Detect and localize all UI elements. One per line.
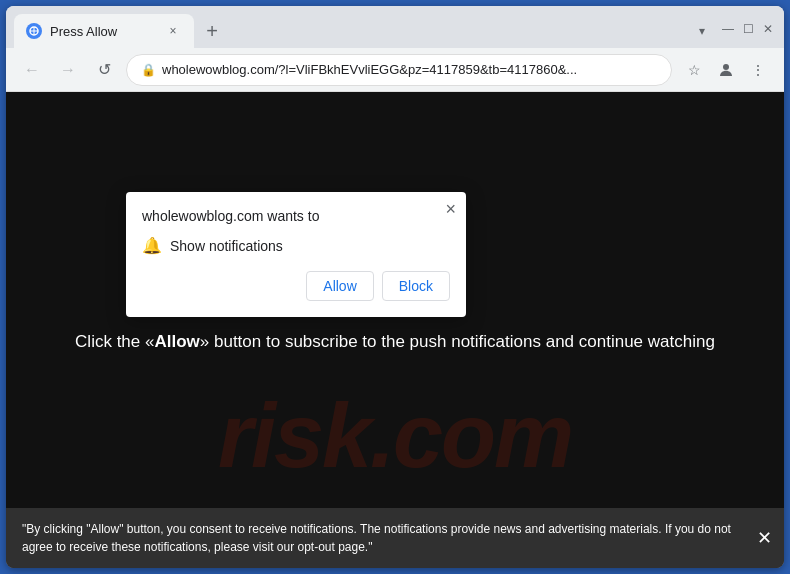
- watermark-text: risk.com: [218, 385, 572, 488]
- profile-button[interactable]: [712, 56, 740, 84]
- permission-popup: × wholewowblog.com wants to 🔔 Show notif…: [126, 192, 466, 317]
- maximize-button[interactable]: ☐: [740, 21, 756, 37]
- main-message-after: » button to subscribe to the push notifi…: [200, 332, 715, 351]
- url-bar[interactable]: 🔒 wholewowblog.com/?l=VliFBkhEVvliEGG&pz…: [126, 54, 672, 86]
- menu-button[interactable]: ⋮: [744, 56, 772, 84]
- popup-close-button[interactable]: ×: [445, 200, 456, 218]
- back-button[interactable]: ←: [18, 56, 46, 84]
- popup-permission-row: 🔔 Show notifications: [142, 236, 450, 255]
- popup-site-text: wholewowblog.com wants to: [142, 208, 450, 224]
- popup-buttons: Allow Block: [142, 271, 450, 301]
- new-tab-button[interactable]: +: [198, 17, 226, 45]
- watermark: risk.com: [6, 385, 784, 488]
- tab-close-button[interactable]: ×: [164, 22, 182, 40]
- content-area: risk.com × wholewowblog.com wants to 🔔 S…: [6, 92, 784, 568]
- svg-point-3: [723, 64, 729, 70]
- forward-button[interactable]: →: [54, 56, 82, 84]
- consent-close-button[interactable]: ✕: [757, 527, 772, 549]
- popup-permission-text: Show notifications: [170, 238, 283, 254]
- bookmark-button[interactable]: ☆: [680, 56, 708, 84]
- tab-favicon: [26, 23, 42, 39]
- minimize-button[interactable]: —: [720, 21, 736, 37]
- main-message-before: Click the «: [75, 332, 154, 351]
- tab-bar: Press Allow × + ▾ — ☐ ✕: [6, 6, 784, 48]
- active-tab[interactable]: Press Allow ×: [14, 14, 194, 48]
- lock-icon: 🔒: [141, 63, 156, 77]
- consent-bar: "By clicking "Allow" button, you consent…: [6, 508, 784, 568]
- tab-title: Press Allow: [50, 24, 156, 39]
- tab-dropdown-button[interactable]: ▾: [688, 17, 716, 45]
- block-button[interactable]: Block: [382, 271, 450, 301]
- main-message-bold: Allow: [154, 332, 199, 351]
- url-actions: ☆ ⋮: [680, 56, 772, 84]
- main-message: Click the «Allow» button to subscribe to…: [6, 332, 784, 352]
- browser-window: Press Allow × + ▾ — ☐ ✕ ← → ↺ 🔒 wholewow…: [6, 6, 784, 568]
- allow-button[interactable]: Allow: [306, 271, 373, 301]
- address-bar: ← → ↺ 🔒 wholewowblog.com/?l=VliFBkhEVvli…: [6, 48, 784, 92]
- url-text: wholewowblog.com/?l=VliFBkhEVvliEGG&pz=4…: [162, 62, 657, 77]
- close-window-button[interactable]: ✕: [760, 21, 776, 37]
- consent-text: "By clicking "Allow" button, you consent…: [22, 520, 744, 556]
- window-controls: — ☐ ✕: [720, 21, 776, 41]
- reload-button[interactable]: ↺: [90, 56, 118, 84]
- bell-icon: 🔔: [142, 236, 162, 255]
